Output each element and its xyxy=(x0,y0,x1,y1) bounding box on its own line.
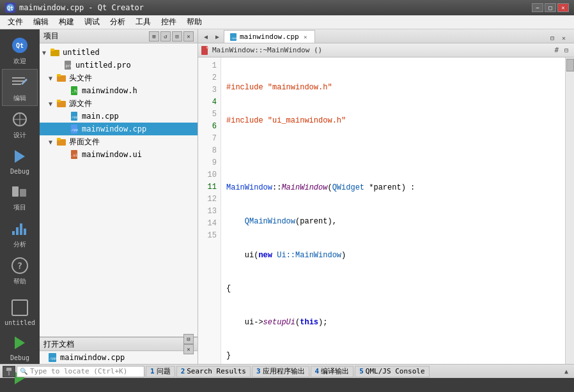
tree-item-pro[interactable]: ▶ .pro untitled.pro xyxy=(40,59,198,72)
project-sync-btn[interactable]: ↺ xyxy=(160,31,171,41)
scrollbar[interactable] xyxy=(565,57,574,364)
editor-split-btn[interactable]: ⊟ xyxy=(561,45,571,56)
tree-item-label: 界面文件 xyxy=(69,137,100,147)
tab-next-btn[interactable]: ▶ xyxy=(212,31,222,41)
sidebar-btn-project[interactable]: 项目 xyxy=(2,178,38,215)
svg-marker-10 xyxy=(15,150,25,163)
svg-rect-4 xyxy=(12,77,25,79)
code-content[interactable]: #include "mainwindow.h" #include "ui_mai… xyxy=(221,57,565,364)
svg-rect-33 xyxy=(57,74,61,77)
tree-item-mainwindow-cpp[interactable]: ▶ .cpp mainwindow.cpp xyxy=(40,123,198,135)
line-num-5: 5 xyxy=(198,109,221,121)
menu-item-文件[interactable]: 文件 xyxy=(3,15,28,29)
tree-item-mainwindow-h[interactable]: ▶ .h mainwindow.h xyxy=(40,84,198,97)
design-icon xyxy=(10,109,30,130)
project-tree: ▼ untitled ▶ .pro untitled.pro ▼ xyxy=(40,43,198,336)
tab-prev-btn[interactable]: ◀ xyxy=(201,31,211,41)
sidebar-btn-untitled2[interactable]: untitled xyxy=(2,294,38,329)
menu-item-编辑[interactable]: 编辑 xyxy=(28,15,54,29)
main-layout: Qt欢迎编辑设计Debug项目分析?帮助untitledDebug 项目 ⊞ ↺… xyxy=(0,29,574,364)
untitled2-icon xyxy=(10,298,30,318)
tab-close-btn[interactable]: ✕ xyxy=(302,33,309,41)
tree-item-label: mainwindow.cpp xyxy=(82,124,146,133)
split-editor-btn[interactable]: ⊟ xyxy=(547,33,557,43)
code-editor[interactable]: 1 2 3 4 5 6 7 8 9 10 11 12 13 14 15 #inc… xyxy=(198,57,574,364)
project-filter-btn[interactable]: ⊞ xyxy=(149,31,159,41)
menu-item-构建[interactable]: 构建 xyxy=(54,15,79,29)
minimize-button[interactable]: − xyxy=(532,3,543,12)
sidebar-btn-edit[interactable]: 编辑 xyxy=(2,69,38,106)
maximize-button[interactable]: □ xyxy=(545,3,556,12)
tree-item-mainwindow-ui[interactable]: ▶ .ui mainwindow.ui xyxy=(40,148,198,161)
svg-rect-53 xyxy=(8,370,10,375)
open-docs-close-btn[interactable]: ✕ xyxy=(183,344,194,354)
statusbar-expand-btn[interactable]: ▲ xyxy=(561,366,571,377)
statusbar-tab-1[interactable]: 1 问题 xyxy=(146,366,175,377)
code-line-8: ui->setupUi(this); xyxy=(226,317,560,329)
menu-item-分析[interactable]: 分析 xyxy=(105,15,130,29)
tab-label-3: 应用程序输出 xyxy=(263,366,305,376)
search-box[interactable]: 🔍 Type to locate (Ctrl+K) xyxy=(17,366,144,377)
sidebar-btn-debug2[interactable]: Debug xyxy=(2,329,38,365)
editor-area: ◀ ▶ .cpp mainwindow.cpp ✕ ⊟ ✕ MainWindow… xyxy=(198,29,574,364)
title-bar: Qt mainwindow.cpp - Qt Creator − □ ✕ xyxy=(0,0,574,15)
statusbar-tab-2[interactable]: 2 Search Results xyxy=(176,366,251,377)
cpp-file-icon: .cpp xyxy=(69,111,79,121)
tree-item-untitled[interactable]: ▼ untitled xyxy=(40,46,198,59)
sidebar-btn-debug[interactable]: Debug xyxy=(2,143,38,178)
tree-item-ui-folder[interactable]: ▼ 界面文件 xyxy=(40,135,198,148)
sidebar-btn-analyze[interactable]: 分析 xyxy=(2,215,38,252)
tree-item-header-folder[interactable]: ▼ 头文件 xyxy=(40,72,198,84)
left-sidebar: Qt欢迎编辑设计Debug项目分析?帮助untitledDebug xyxy=(0,29,40,364)
statusbar-tab-5[interactable]: 5 QML/JS Console xyxy=(355,366,429,377)
svg-text:.ui: .ui xyxy=(71,153,78,157)
statusbar-tab-4[interactable]: 4 编译输出 xyxy=(311,366,354,377)
menu-item-调试[interactable]: 调试 xyxy=(79,15,105,29)
scroll-thumb[interactable] xyxy=(566,59,574,72)
sidebar-btn-help[interactable]: ?帮助 xyxy=(2,252,38,289)
editor-file-icon xyxy=(201,46,210,55)
sidebar-label-untitled2: untitled xyxy=(4,319,35,326)
menu-item-帮助[interactable]: 帮助 xyxy=(182,15,207,29)
line-num-7: 7 xyxy=(198,133,221,145)
cpp-doc-icon: .cpp xyxy=(47,352,58,363)
line-num-13: 13 xyxy=(198,206,221,218)
line-numbers: 1 2 3 4 5 6 7 8 9 10 11 12 13 14 15 xyxy=(198,57,221,364)
svg-rect-15 xyxy=(20,223,22,235)
sidebar-btn-welcome[interactable]: Qt欢迎 xyxy=(2,32,38,69)
editor-tab-mainwindow-cpp[interactable]: .cpp mainwindow.cpp ✕ xyxy=(224,30,315,43)
code-line-4: MainWindow::MainWindow(QWidget *parent) … xyxy=(226,182,560,194)
folder-icon xyxy=(50,47,60,57)
tree-item-label: main.cpp xyxy=(82,112,119,121)
project-header-actions: ⊞ ↺ ⊟ ✕ xyxy=(149,31,194,41)
open-docs-split-btn[interactable]: ⊟ xyxy=(183,334,194,344)
menu-item-控件[interactable]: 控件 xyxy=(156,15,182,29)
folder-icon xyxy=(56,73,66,83)
line-num-12: 12 xyxy=(198,193,221,206)
hammer-icon[interactable] xyxy=(3,366,15,377)
project-header-title: 项目 xyxy=(43,31,149,41)
welcome-icon: Qt xyxy=(10,35,30,56)
sidebar-label-help: 帮助 xyxy=(13,277,26,286)
sidebar-label-debug2: Debug xyxy=(10,354,29,361)
sidebar-btn-design[interactable]: 设计 xyxy=(2,106,38,143)
close-button[interactable]: ✕ xyxy=(557,3,569,12)
tree-item-source-folder[interactable]: ▼ 源文件 xyxy=(40,97,198,110)
statusbar-tab-3[interactable]: 3 应用程序输出 xyxy=(252,366,309,377)
project-close-btn[interactable]: ✕ xyxy=(183,31,194,41)
menu-item-工具[interactable]: 工具 xyxy=(130,15,156,29)
close-editor-btn[interactable]: ✕ xyxy=(559,33,569,43)
sidebar-label-design: 设计 xyxy=(13,131,26,140)
svg-text:?: ? xyxy=(17,260,22,271)
open-doc-mainwindow-cpp[interactable]: .cpp mainwindow.cpp xyxy=(40,351,198,364)
tab-label-2: Search Results xyxy=(187,367,246,375)
tree-item-main-cpp[interactable]: ▶ .cpp main.cpp xyxy=(40,110,198,123)
code-line-5: QMainWindow(parent), xyxy=(226,216,560,228)
svg-rect-43 xyxy=(57,138,61,140)
menu-bar: 文件编辑构建调试分析工具控件帮助 xyxy=(0,15,574,29)
code-line-6: ui(new Ui::MainWindow) xyxy=(226,250,560,262)
line-num-10: 10 xyxy=(198,169,221,181)
project-icon xyxy=(10,181,30,202)
project-split-btn[interactable]: ⊟ xyxy=(172,31,182,41)
line-num-4: 4 xyxy=(198,96,221,109)
